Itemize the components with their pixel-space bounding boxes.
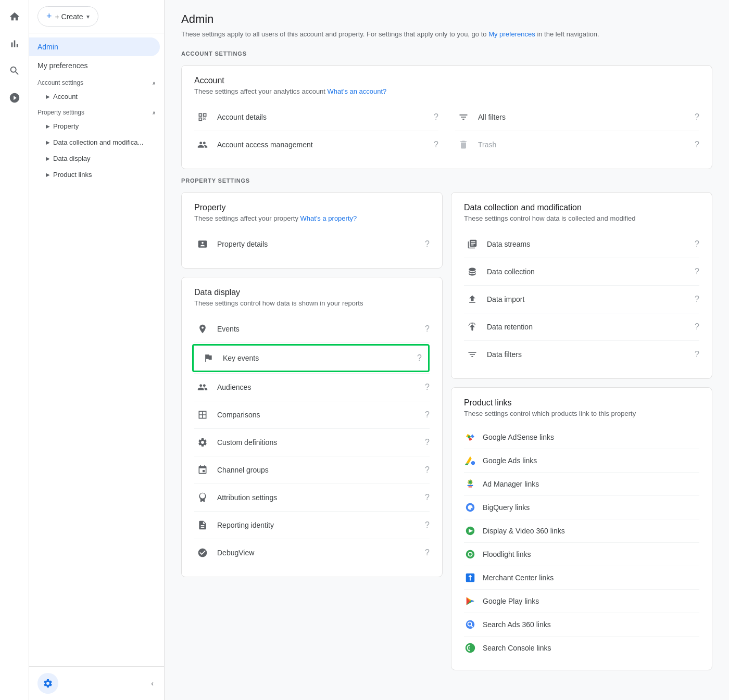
trash-icon bbox=[455, 136, 472, 153]
google-play-links-item[interactable]: Google Play links bbox=[464, 590, 699, 613]
page-desc-text: These settings apply to all users of thi… bbox=[181, 30, 487, 38]
home-icon[interactable] bbox=[2, 4, 27, 29]
account-access-help[interactable]: ? bbox=[434, 140, 438, 149]
main-content: Admin These settings apply to all users … bbox=[165, 0, 729, 700]
custom-definitions-icon bbox=[194, 434, 211, 451]
create-button[interactable]: + + Create ▾ bbox=[37, 6, 98, 27]
google-play-label: Google Play links bbox=[483, 597, 699, 605]
dv360-links-item[interactable]: Display & Video 360 links bbox=[464, 519, 699, 543]
account-card-desc-text: These settings affect your analytics acc… bbox=[194, 87, 325, 95]
all-filters-help[interactable]: ? bbox=[695, 112, 699, 122]
account-settings-section-header: ACCOUNT SETTINGS bbox=[181, 50, 712, 57]
reporting-identity-item[interactable]: Reporting identity ? bbox=[194, 512, 430, 539]
key-events-item[interactable]: Key events ? bbox=[194, 343, 430, 374]
all-filters-item[interactable]: All filters ? bbox=[455, 104, 699, 131]
channel-groups-icon bbox=[194, 462, 211, 478]
attribution-settings-item[interactable]: Attribution settings ? bbox=[194, 484, 430, 512]
all-filters-icon bbox=[455, 109, 472, 125]
reporting-identity-help[interactable]: ? bbox=[425, 520, 430, 530]
svg-marker-0 bbox=[466, 456, 472, 464]
debug-view-item[interactable]: DebugView ? bbox=[194, 539, 430, 566]
merchant-center-icon bbox=[464, 571, 476, 584]
search-data-icon[interactable] bbox=[2, 58, 27, 83]
adsense-links-item[interactable]: Google AdSense links bbox=[464, 426, 699, 449]
sa360-links-item[interactable]: Search Ads 360 links bbox=[464, 613, 699, 637]
data-display-card-title: Data display bbox=[194, 288, 430, 297]
sidebar-item-data-collection[interactable]: ▶ Data collection and modifica... bbox=[29, 134, 164, 150]
key-events-icon bbox=[200, 350, 217, 366]
data-collection-item[interactable]: Data collection ? bbox=[464, 258, 699, 286]
svg-marker-2 bbox=[465, 464, 469, 465]
attribution-settings-help[interactable]: ? bbox=[425, 493, 430, 502]
data-streams-item[interactable]: Data streams ? bbox=[464, 231, 699, 258]
data-retention-item[interactable]: Data retention ? bbox=[464, 313, 699, 341]
collapse-sidebar-button[interactable]: ‹ bbox=[149, 677, 156, 690]
sa360-icon bbox=[464, 618, 476, 631]
trash-item[interactable]: Trash ? bbox=[455, 131, 699, 158]
sidebar-item-product-links[interactable]: ▶ Product links bbox=[29, 167, 164, 183]
data-filters-item[interactable]: Data filters ? bbox=[464, 341, 699, 368]
sidebar-item-my-preferences[interactable]: My preferences bbox=[29, 56, 160, 75]
product-links-card-title: Product links bbox=[464, 398, 699, 408]
bigquery-label: BigQuery links bbox=[483, 503, 699, 512]
comparisons-help[interactable]: ? bbox=[425, 410, 430, 419]
floodlight-links-item[interactable]: Floodlight links bbox=[464, 543, 699, 566]
create-label: + Create bbox=[55, 12, 83, 21]
arrow-icon-3: ▶ bbox=[46, 139, 50, 145]
channel-groups-item[interactable]: Channel groups ? bbox=[194, 456, 430, 484]
arrow-icon-4: ▶ bbox=[46, 156, 50, 161]
trash-help[interactable]: ? bbox=[695, 140, 699, 149]
chevron-up-icon: ∧ bbox=[152, 80, 156, 86]
key-events-help[interactable]: ? bbox=[417, 353, 422, 363]
account-details-item[interactable]: Account details ? bbox=[194, 104, 438, 131]
account-settings-header[interactable]: Account settings ∧ bbox=[29, 75, 164, 88]
ad-manager-links-item[interactable]: Ad Manager links bbox=[464, 473, 699, 496]
target-icon[interactable] bbox=[2, 85, 27, 110]
sidebar-item-account[interactable]: ▶ Account bbox=[29, 88, 164, 105]
my-preferences-link[interactable]: My preferences bbox=[488, 30, 535, 38]
property-details-item[interactable]: Property details ? bbox=[194, 231, 430, 258]
whats-a-property-link[interactable]: What's a property? bbox=[300, 214, 357, 222]
property-card: Property These settings affect your prop… bbox=[181, 192, 443, 269]
chevron-down-icon: ▾ bbox=[86, 13, 90, 20]
account-access-item[interactable]: Account access management ? bbox=[194, 131, 438, 158]
sidebar-item-admin[interactable]: Admin bbox=[29, 37, 160, 56]
data-filters-help[interactable]: ? bbox=[695, 350, 699, 359]
audiences-help[interactable]: ? bbox=[425, 383, 430, 392]
custom-definitions-item[interactable]: Custom definitions ? bbox=[194, 429, 430, 456]
comparisons-item[interactable]: Comparisons ? bbox=[194, 401, 430, 429]
bar-chart-icon[interactable] bbox=[2, 31, 27, 56]
data-import-icon bbox=[464, 291, 481, 308]
debug-view-help[interactable]: ? bbox=[425, 548, 430, 557]
merchant-center-links-item[interactable]: Merchant Center links bbox=[464, 566, 699, 590]
google-ads-links-item[interactable]: Google Ads links bbox=[464, 449, 699, 473]
account-details-help[interactable]: ? bbox=[434, 112, 438, 122]
events-help[interactable]: ? bbox=[425, 324, 430, 334]
arrow-icon-2: ▶ bbox=[46, 123, 50, 129]
whats-an-account-link[interactable]: What's an account? bbox=[328, 87, 387, 95]
events-item[interactable]: Events ? bbox=[194, 315, 430, 343]
sidebar-item-data-display[interactable]: ▶ Data display bbox=[29, 150, 164, 167]
floodlight-icon bbox=[464, 548, 476, 561]
sidebar-bottom: ‹ bbox=[29, 666, 164, 700]
collapse-icon: ‹ bbox=[151, 679, 154, 688]
events-label: Events bbox=[217, 325, 419, 333]
property-settings-header[interactable]: Property settings ∧ bbox=[29, 105, 164, 118]
dv360-icon bbox=[464, 525, 476, 537]
data-streams-help[interactable]: ? bbox=[695, 239, 699, 249]
data-import-item[interactable]: Data import ? bbox=[464, 286, 699, 313]
data-collection-inner-help[interactable]: ? bbox=[695, 267, 699, 276]
gear-icon-button[interactable] bbox=[37, 673, 58, 694]
custom-definitions-help[interactable]: ? bbox=[425, 438, 430, 447]
data-import-help[interactable]: ? bbox=[695, 295, 699, 304]
search-console-links-item[interactable]: G Search Console links bbox=[464, 637, 699, 659]
audiences-item[interactable]: Audiences ? bbox=[194, 374, 430, 401]
sidebar-item-property[interactable]: ▶ Property bbox=[29, 118, 164, 134]
bigquery-icon bbox=[464, 501, 476, 514]
property-details-help[interactable]: ? bbox=[425, 239, 430, 249]
data-retention-help[interactable]: ? bbox=[695, 322, 699, 332]
account-access-icon bbox=[194, 136, 211, 153]
channel-groups-help[interactable]: ? bbox=[425, 465, 430, 475]
bigquery-links-item[interactable]: BigQuery links bbox=[464, 496, 699, 519]
page-title: Admin bbox=[181, 12, 712, 26]
